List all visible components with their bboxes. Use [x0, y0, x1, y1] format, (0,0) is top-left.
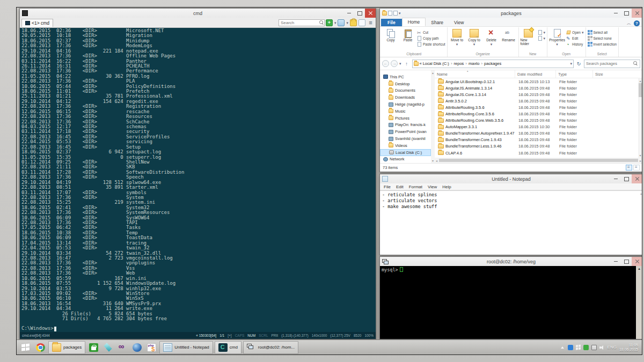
refresh-icon[interactable]: ↻	[575, 60, 582, 67]
new-console-button[interactable]: +	[326, 19, 333, 26]
file-row[interactable]: BundleTransformer.Less.1.9.4618.06.2015 …	[435, 143, 642, 150]
maximize-button[interactable]	[621, 9, 632, 18]
tray-green-icon[interactable]	[583, 345, 589, 350]
small-button[interactable]: ▾	[538, 29, 546, 35]
network-icon[interactable]	[591, 345, 597, 350]
qat-properties-icon[interactable]	[388, 11, 392, 16]
sidebar-item-svanhild-svanhil[interactable]: Svanhild (svanhil	[380, 135, 431, 142]
breadcrumb-segment[interactable]: packages	[484, 61, 501, 66]
tab-view[interactable]: View	[449, 19, 469, 26]
menu-edit[interactable]: Edit	[393, 184, 406, 189]
terminal-area[interactable]: mysql>	[380, 266, 636, 339]
file-row[interactable]: BundleTransformer.Core.1.9.4318.06.2015 …	[435, 137, 642, 143]
move-to-button[interactable]: Move to▾	[449, 28, 465, 46]
tray-app-icon[interactable]	[568, 345, 573, 350]
select-all-button[interactable]: Select all	[588, 29, 617, 35]
notepad-text-area[interactable]: ▴ - reticulate splines- articulate vecto…	[380, 190, 642, 255]
breadcrumb-segment[interactable]: maxto	[469, 61, 479, 66]
taskbar-pin-sphere[interactable]	[130, 341, 143, 354]
new-console-dropdown[interactable]: ▾	[334, 21, 336, 25]
window-mode-dropdown[interactable]: ▾	[346, 21, 348, 25]
sidebar-item-local-disk-c-[interactable]: Local Disk (C:)	[380, 149, 431, 156]
history-button[interactable]: History	[566, 41, 583, 47]
minimize-button[interactable]	[610, 257, 621, 266]
clock[interactable]: 11:05 18.06.2015	[619, 343, 638, 352]
address-dropdown-icon[interactable]: ▾	[570, 62, 572, 66]
new-folder-button[interactable]: New folder	[521, 28, 537, 46]
file-row[interactable]: AttributeRouting.Core.Web.3.5.618.06.201…	[435, 117, 642, 124]
copy-button[interactable]: Copy	[383, 28, 399, 42]
sidebar-item-powerpoint-svan[interactable]: PowerPoint (svan	[380, 128, 431, 135]
taskbar-pin-chrome[interactable]	[34, 341, 47, 354]
action-center-icon[interactable]	[576, 345, 581, 350]
sidebar-item-desktop[interactable]: Desktop	[380, 80, 431, 87]
vertical-scrollbar[interactable]: ▴▾	[638, 78, 642, 158]
menu-icon[interactable]: ≡	[367, 19, 374, 26]
small-button[interactable]: ▾	[538, 35, 546, 41]
details-view-button[interactable]	[626, 165, 632, 171]
putty-scrollbar[interactable]: ▴	[636, 266, 642, 339]
minimize-button[interactable]	[610, 174, 621, 183]
minimize-button[interactable]	[610, 9, 621, 18]
language-indicator[interactable]: ENG	[608, 345, 617, 350]
sidebar-item-pictures[interactable]: Pictures	[380, 115, 431, 122]
file-row[interactable]: CLAP.4.618.06.2015 09:48File folder	[435, 150, 642, 156]
window-icon[interactable]	[358, 19, 365, 26]
close-button[interactable]	[632, 257, 642, 266]
horizontal-scrollbar[interactable]: ◂▸	[435, 158, 642, 163]
file-row[interactable]: AngularJS.Animate.1.3.1418.06.2015 09:48…	[435, 85, 642, 91]
file-row[interactable]: Antlr.3.5.0.218.06.2015 09:48File folder	[435, 98, 642, 104]
putty-titlebar[interactable]: root@dc02: /home/veg	[380, 257, 642, 266]
properties-button[interactable]: Properties▾	[549, 28, 565, 46]
icons-view-button[interactable]	[633, 165, 640, 171]
menu-view[interactable]: View	[425, 184, 440, 189]
taskbar-button-conemu[interactable]: cmd	[215, 341, 241, 354]
maximize-button[interactable]	[354, 9, 365, 18]
file-row[interactable]: Angular.UI.Bootstrap.0.12.118.06.2015 10…	[435, 78, 642, 85]
taskbar-pin-store[interactable]	[87, 341, 100, 354]
sidebar-item-network[interactable]: Network	[380, 156, 431, 163]
minimize-ribbon-icon[interactable]: ︿	[627, 20, 631, 26]
copy-to-button[interactable]: Copy to▾	[466, 28, 482, 46]
file-row[interactable]: AutoMapper.3.3.118.06.2015 10:30File fol…	[435, 124, 642, 130]
menu-format[interactable]: Format	[406, 184, 425, 189]
file-row[interactable]: AttributeRouting.3.5.618.06.2015 09:48Fi…	[435, 104, 642, 110]
column-header-name[interactable]: Name	[435, 70, 515, 78]
taskbar-pin-visual-studio[interactable]	[116, 341, 129, 354]
conemu-tab[interactable]: <1> cmd	[21, 19, 53, 27]
file-row[interactable]: BundleTransformer.Autoprefixer.1.9.4718.…	[435, 130, 642, 137]
tab-file[interactable]: File	[381, 19, 402, 26]
taskbar-button-putty[interactable]: root@dc02: /hom...	[243, 341, 298, 354]
recent-locations-dropdown[interactable]: ▾	[399, 62, 401, 65]
console-area[interactable]: 18.06.2015 02:36 <DIR> Microsoft.NET 20.…	[20, 28, 376, 332]
minimize-button[interactable]	[343, 9, 354, 18]
breadcrumb-segment[interactable]: Local Disk (C:)	[423, 61, 449, 66]
close-button[interactable]	[632, 174, 642, 183]
maximize-button[interactable]	[621, 257, 632, 266]
breadcrumb[interactable]: «Local Disk (C:)reposmaxtopackages▾	[412, 60, 574, 68]
close-button[interactable]	[365, 9, 376, 18]
maximize-button[interactable]	[621, 174, 632, 183]
conemu-titlebar[interactable]: cmd	[20, 9, 376, 18]
sidebar-item-playon-francis-k[interactable]: PlayOn: francis-k	[380, 122, 431, 129]
help-icon[interactable]: ?	[634, 20, 640, 26]
rename-button[interactable]: Rename	[501, 28, 517, 42]
delete-button[interactable]: Delete▾	[484, 28, 500, 46]
hidden-icons-button[interactable]	[560, 345, 565, 350]
search-input[interactable]	[584, 61, 633, 66]
menu-help[interactable]: Help	[440, 184, 453, 189]
taskbar-button-notepad[interactable]: Untitled - Notepad	[159, 341, 213, 354]
close-button[interactable]	[632, 9, 642, 18]
breadcrumb-segment[interactable]: repos	[454, 61, 464, 66]
file-row[interactable]: AttributeRouting.Core.3.5.618.06.2015 09…	[435, 110, 642, 117]
explorer-titlebar[interactable]: ▾ packages	[380, 9, 642, 18]
back-button[interactable]: ←	[382, 60, 389, 67]
qat-customize-dropdown[interactable]: ▾	[399, 11, 401, 15]
lock-icon[interactable]	[350, 19, 357, 26]
sidebar-item-downloads[interactable]: Downloads	[380, 94, 431, 101]
sidebar-item-videos[interactable]: Videos	[380, 142, 431, 149]
up-button[interactable]: ↑	[403, 60, 411, 67]
start-button[interactable]	[18, 341, 32, 354]
taskbar-pin-phpstorm[interactable]	[145, 341, 158, 354]
volume-icon[interactable]	[599, 345, 605, 350]
